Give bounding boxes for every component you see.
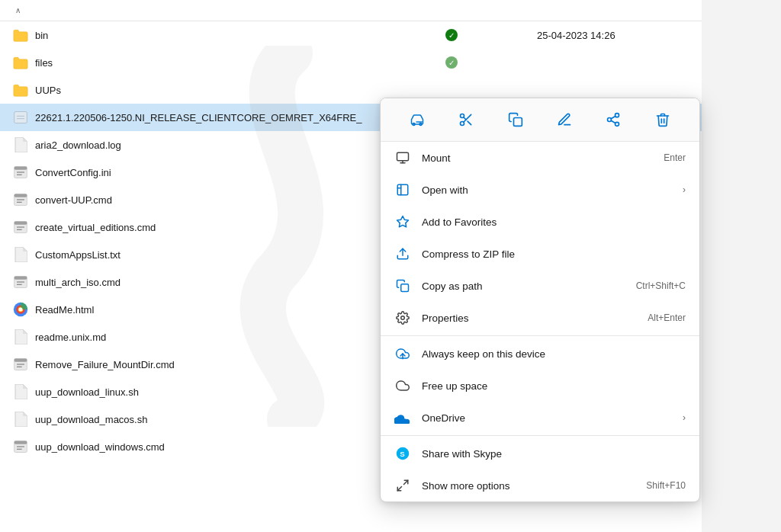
svg-rect-8 [14, 194, 27, 197]
cm-item-label-copy-path: Copy as path [422, 280, 636, 292]
file-icon-createvirtual [12, 219, 29, 236]
cm-shortcut: Ctrl+Shift+C [636, 280, 686, 291]
svg-rect-12 [14, 222, 27, 225]
svg-line-38 [468, 121, 472, 125]
svg-marker-50 [397, 216, 409, 227]
cm-item-icon-copy-path [394, 277, 411, 294]
cm-item-copy-path[interactable]: Copy as path Ctrl+Shift+C [381, 270, 699, 302]
cm-shortcut: Alt+Enter [648, 312, 686, 323]
cm-arrow-icon: › [683, 412, 686, 423]
cm-divider [381, 335, 699, 336]
cm-item-label-show-more: Show more options [422, 480, 646, 492]
file-item-bin[interactable]: bin ✓ 25-04-2023 14:26 [0, 21, 702, 49]
file-icon-convertuup [12, 191, 29, 208]
toolbar-rename-button[interactable] [551, 106, 578, 133]
svg-line-57 [404, 480, 408, 484]
cm-item-properties[interactable]: Properties Alt+Enter [381, 302, 699, 334]
cm-item-onedrive[interactable]: OneDrive › [381, 402, 699, 434]
cm-item-label-add-favorites: Add to Favorites [422, 216, 686, 228]
file-icon-removefailure [12, 356, 29, 373]
file-status-bin: ✓ [445, 29, 537, 41]
toolbar-delete-button[interactable] [649, 106, 677, 133]
file-name-bin: bin [35, 30, 445, 41]
context-menu-items: Mount Enter Open with › Add to Favorites… [381, 142, 699, 502]
file-icon-aria2log [12, 136, 29, 153]
cm-item-icon-add-favorites [394, 213, 411, 230]
cm-item-compress-zip[interactable]: Compress to ZIP file [381, 238, 699, 270]
file-icon-files [12, 54, 29, 71]
file-name-files: files [35, 57, 445, 69]
cm-item-label-properties: Properties [422, 312, 648, 324]
svg-line-58 [397, 487, 401, 491]
cm-item-icon-free-space [394, 377, 411, 394]
sort-arrow-icon: ∧ [15, 6, 21, 14]
cm-shortcut: Shift+F10 [646, 480, 686, 491]
toolbar-cut-button[interactable] [403, 106, 431, 133]
cm-item-label-open-with: Open with [422, 184, 677, 196]
file-status-files: ✓ [445, 56, 537, 69]
cm-item-label-onedrive: OneDrive [422, 412, 677, 424]
svg-rect-46 [397, 152, 409, 161]
context-menu: Mount Enter Open with › Add to Favorites… [380, 98, 700, 502]
cm-item-label-share-skype: Share with Skype [422, 448, 686, 460]
svg-rect-0 [14, 112, 27, 123]
file-icon-uuplinux [12, 383, 29, 400]
cm-item-icon-mount [394, 149, 411, 166]
svg-point-53 [401, 316, 405, 320]
toolbar-cut-scissors-button[interactable] [452, 106, 480, 133]
svg-line-44 [612, 120, 616, 123]
cm-shortcut: Enter [664, 152, 686, 163]
file-icon-readme [12, 301, 29, 318]
file-name-uups: UUPs [35, 85, 445, 96]
file-icon-readmeunix [12, 328, 29, 345]
file-icon-bin [12, 27, 29, 43]
column-name[interactable]: ∧ [12, 6, 445, 14]
svg-point-22 [19, 308, 23, 312]
cm-item-label-always-keep: Always keep on this device [422, 348, 686, 360]
cm-item-icon-always-keep [394, 345, 411, 362]
context-menu-toolbar [381, 98, 699, 142]
svg-rect-16 [14, 277, 27, 280]
status-partial-icon: ✓ [445, 56, 458, 69]
cm-item-label-compress-zip: Compress to ZIP file [422, 248, 686, 260]
toolbar-share-button[interactable] [599, 106, 627, 133]
file-icon-uupmacos [12, 411, 29, 428]
file-icon-uupwindows [12, 438, 29, 455]
cm-item-free-space[interactable]: Free up space [381, 370, 699, 402]
svg-rect-24 [14, 359, 27, 362]
file-icon-uups [12, 82, 29, 98]
svg-line-45 [612, 116, 616, 118]
cm-item-icon-share-skype: S [394, 445, 411, 462]
svg-rect-40 [513, 118, 522, 127]
svg-text:S: S [400, 450, 405, 458]
svg-rect-52 [401, 284, 409, 292]
cm-item-label-mount: Mount [422, 152, 664, 164]
cm-divider [381, 435, 699, 436]
cm-item-label-free-space: Free up space [422, 380, 686, 392]
status-check-icon: ✓ [445, 29, 458, 41]
cm-item-icon-open-with [394, 181, 411, 198]
cm-arrow-icon: › [683, 184, 686, 195]
svg-rect-49 [397, 184, 408, 195]
cm-item-open-with[interactable]: Open with › [381, 174, 699, 206]
file-icon-convertconfig [12, 164, 29, 181]
file-list-header: ∧ [0, 0, 702, 21]
file-date-bin: 25-04-2023 14:26 [537, 30, 689, 41]
cm-item-icon-onedrive [394, 409, 411, 426]
cm-item-share-skype[interactable]: S Share with Skype [381, 437, 699, 470]
cm-item-show-more[interactable]: Show more options Shift+F10 [381, 470, 699, 502]
svg-rect-28 [14, 441, 27, 444]
cm-item-icon-show-more [394, 477, 411, 494]
cm-item-icon-properties [394, 309, 411, 326]
file-icon-customapps [12, 246, 29, 263]
file-icon-multiarch [12, 274, 29, 290]
file-item-files[interactable]: files ✓ [0, 49, 702, 76]
cm-item-always-keep[interactable]: Always keep on this device [381, 338, 699, 370]
cm-item-mount[interactable]: Mount Enter [381, 142, 699, 174]
cm-item-add-favorites[interactable]: Add to Favorites [381, 206, 699, 238]
cm-item-icon-compress-zip [394, 245, 411, 262]
file-icon-iso [12, 109, 29, 126]
toolbar-copy-button[interactable] [502, 106, 529, 133]
svg-line-39 [464, 117, 466, 120]
svg-rect-4 [14, 167, 27, 170]
